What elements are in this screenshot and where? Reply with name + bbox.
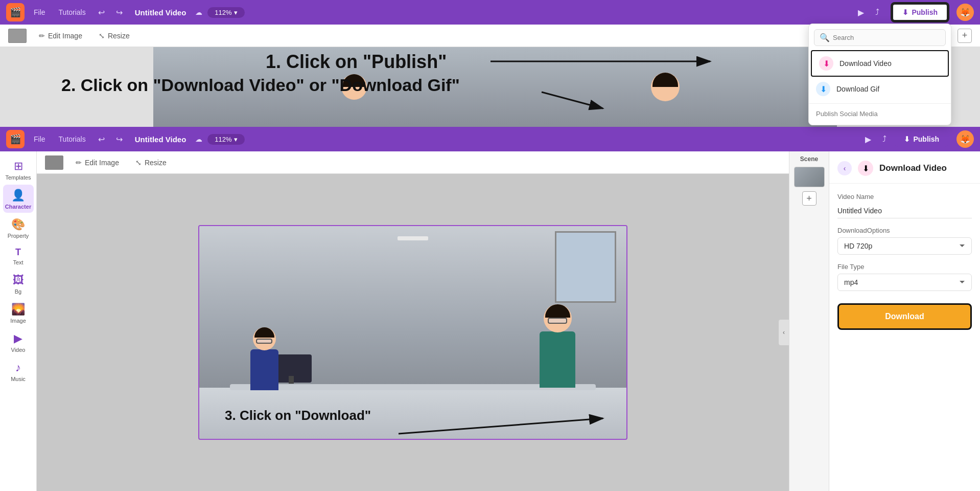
- pencil-icon-bottom: ✏: [76, 159, 82, 167]
- sidebar-item-text[interactable]: T Text: [3, 243, 34, 269]
- file-type-select[interactable]: mp4 gif avi: [837, 274, 972, 291]
- tutorials-menu[interactable]: Tutorials: [55, 6, 90, 18]
- property-icon: 🎨: [11, 218, 25, 231]
- video-name-label: Video Name: [837, 193, 972, 200]
- tutorials-menu-bottom[interactable]: Tutorials: [55, 133, 90, 145]
- canvas-color-swatch: [8, 29, 27, 43]
- character-icon: 👤: [11, 189, 25, 202]
- sidebar-item-property[interactable]: 🎨 Property: [3, 214, 34, 242]
- download-video-icon: ⬇: [819, 56, 833, 71]
- scene-thumbnail[interactable]: [794, 167, 825, 187]
- download-options-field: DownloadOptions HD 720p HD 1080p SD 480p: [837, 227, 972, 255]
- resize-icon-bottom: ⤡: [135, 159, 142, 167]
- image-icon: 🌄: [11, 303, 25, 316]
- video-name-field: Video Name: [837, 193, 972, 218]
- music-icon: ♪: [15, 361, 21, 374]
- dropdown-search-bar[interactable]: 🔍: [814, 29, 946, 46]
- bottom-toolbar: 🎬 File Tutorials ↩ ↪ Untitled Video ☁ 11…: [0, 127, 980, 151]
- download-video-panel: ‹ ⬇ Download Video Video Name DownloadOp…: [829, 151, 980, 491]
- zoom-control[interactable]: 112% ▾: [207, 7, 244, 18]
- panel-body: Video Name DownloadOptions HD 720p HD 10…: [829, 184, 980, 491]
- user-avatar[interactable]: 🦊: [956, 4, 974, 21]
- sidebar-item-image[interactable]: 🌄 Image: [3, 299, 34, 327]
- publish-social-label: Publish Social Media: [809, 106, 951, 122]
- resize-btn[interactable]: ⤡ Resize: [95, 30, 134, 42]
- search-input[interactable]: [833, 34, 940, 41]
- add-scene-btn[interactable]: +: [958, 29, 972, 43]
- instruction-step2: 2. Click on "Download Video" or "Downloa…: [61, 75, 460, 95]
- panel-header: ‹ ⬇ Download Video: [829, 151, 980, 184]
- video-title: Untitled Video: [135, 8, 186, 17]
- bg-icon: 🖼: [13, 274, 24, 287]
- file-menu-bottom[interactable]: File: [30, 133, 50, 145]
- text-icon: T: [15, 247, 21, 258]
- search-icon: 🔍: [820, 33, 830, 42]
- canvas-viewport[interactable]: 3. Click on "Download" ‹: [37, 174, 789, 491]
- back-btn[interactable]: ‹: [837, 161, 852, 175]
- scene-panel-label: Scene: [800, 155, 818, 163]
- undo-btn[interactable]: ↩: [95, 6, 108, 19]
- play-btn-bottom[interactable]: ▶: [862, 132, 874, 146]
- video-icon: ▶: [14, 332, 22, 345]
- cloud-save-icon-bottom: ☁: [195, 135, 202, 143]
- publish-dropdown: 🔍 ⬇ Download Video ⬇ Download Gif Publis…: [808, 24, 951, 125]
- app-logo: 🎬: [6, 3, 25, 21]
- canvas-area: ✏ Edit Image ⤡ Resize: [37, 151, 789, 491]
- user-avatar-bottom[interactable]: 🦊: [956, 130, 974, 148]
- app-logo-bottom: 🎬: [6, 130, 25, 148]
- instruction-step3: 3. Click on "Download": [225, 408, 371, 423]
- top-toolbar: 🎬 File Tutorials ↩ ↪ Untitled Video ☁ 11…: [0, 0, 980, 25]
- panel-title-icon: ⬇: [858, 161, 873, 176]
- collapse-handle[interactable]: ‹: [779, 320, 789, 345]
- publish-icon-bottom: ⬇: [904, 135, 910, 143]
- canvas-thumb: [45, 155, 63, 170]
- file-type-field: File Type mp4 gif avi: [837, 263, 972, 291]
- download-gif-item[interactable]: ⬇ Download Gif: [809, 77, 951, 101]
- download-btn[interactable]: Download: [837, 303, 972, 330]
- canvas-edit-bar: ✏ Edit Image ⤡ Resize: [37, 151, 789, 174]
- publish-button[interactable]: ⬇ Publish: [892, 3, 948, 21]
- download-video-item[interactable]: ⬇ Download Video: [811, 50, 949, 77]
- video-title-bottom: Untitled Video: [135, 135, 186, 144]
- download-gif-icon: ⬇: [816, 82, 830, 96]
- redo-btn[interactable]: ↪: [113, 6, 126, 19]
- sidebar-item-templates[interactable]: ⊞ Templates: [3, 155, 34, 184]
- pencil-icon: ✏: [39, 32, 45, 40]
- resize-icon: ⤡: [99, 32, 105, 40]
- instruction-step1: 1. Click on "Publish": [266, 51, 447, 73]
- publish-button-bottom[interactable]: ⬇ Publish: [895, 131, 948, 147]
- sidebar-item-video[interactable]: ▶ Video: [3, 328, 34, 356]
- edit-image-btn[interactable]: ✏ Edit Image: [35, 30, 86, 42]
- scene-canvas: 3. Click on "Download": [198, 225, 627, 440]
- sidebar: ⊞ Templates 👤 Character 🎨 Property T Tex…: [0, 151, 37, 491]
- add-scene-btn-bottom[interactable]: +: [802, 191, 816, 206]
- edit-image-btn-bottom[interactable]: ✏ Edit Image: [72, 157, 123, 169]
- video-name-input[interactable]: [837, 204, 972, 218]
- sidebar-item-music[interactable]: ♪ Music: [3, 357, 34, 385]
- redo-btn-bottom[interactable]: ↪: [113, 132, 126, 146]
- resize-btn-bottom[interactable]: ⤡ Resize: [131, 157, 171, 169]
- sidebar-item-character[interactable]: 👤 Character: [3, 185, 34, 213]
- undo-btn-bottom[interactable]: ↩: [95, 132, 108, 146]
- publish-download-icon: ⬇: [902, 8, 908, 16]
- zoom-control-bottom[interactable]: 112% ▾: [207, 134, 244, 145]
- cloud-save-icon: ☁: [195, 8, 202, 16]
- share-btn-bottom[interactable]: ⤴: [879, 132, 890, 146]
- share-btn[interactable]: ⤴: [872, 6, 882, 19]
- file-menu[interactable]: File: [30, 6, 50, 18]
- download-options-label: DownloadOptions: [837, 227, 972, 234]
- templates-icon: ⊞: [14, 160, 23, 173]
- download-options-select[interactable]: HD 720p HD 1080p SD 480p: [837, 237, 972, 255]
- file-type-label: File Type: [837, 263, 972, 271]
- play-btn[interactable]: ▶: [855, 6, 867, 19]
- scene-panel: Scene +: [789, 151, 829, 491]
- panel-title-text: Download Video: [879, 163, 947, 173]
- sidebar-item-bg[interactable]: 🖼 Bg: [3, 270, 34, 298]
